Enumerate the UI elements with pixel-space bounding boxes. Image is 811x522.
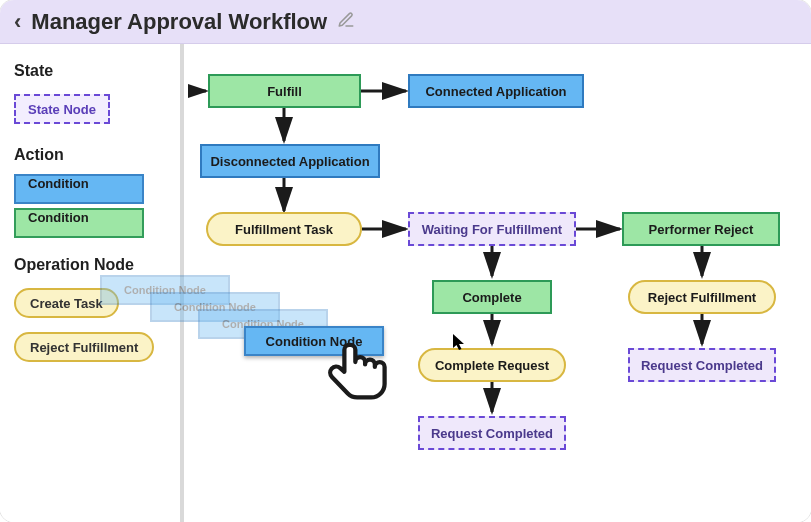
node-complete[interactable]: Complete (432, 280, 552, 314)
palette-section-state: State (14, 62, 166, 80)
node-disconnected-application[interactable]: Disconnected Application (200, 144, 380, 178)
mouse-cursor-icon (452, 333, 466, 355)
node-reject-fulfillment[interactable]: Reject Fulfillment (628, 280, 776, 314)
node-waiting-for-fulfillment[interactable]: Waiting For Fulfillment (408, 212, 576, 246)
palette-state-node[interactable]: State Node (14, 94, 110, 124)
palette-condition-blue[interactable]: Condition (14, 174, 144, 204)
palette-reject-fulfillment[interactable]: Reject Fulfillment (14, 332, 154, 362)
node-request-completed-right[interactable]: Request Completed (628, 348, 776, 382)
workflow-canvas[interactable]: Fulfill Connected Application Disconnect… (188, 44, 811, 522)
node-performer-reject[interactable]: Performer Reject (622, 212, 780, 246)
palette-section-action: Action (14, 146, 166, 164)
node-complete-request[interactable]: Complete Request (418, 348, 566, 382)
node-fulfill[interactable]: Fulfill (208, 74, 361, 108)
header-bar: ‹ Manager Approval Workflow (0, 0, 811, 44)
page-title: Manager Approval Workflow (31, 9, 327, 35)
node-fulfillment-task[interactable]: Fulfillment Task (206, 212, 362, 246)
node-request-completed-left[interactable]: Request Completed (418, 416, 566, 450)
workflow-editor: ‹ Manager Approval Workflow State State … (0, 0, 811, 522)
editor-body: State State Node Action Condition Condit… (0, 44, 811, 522)
drag-active-node[interactable]: Condition Node (244, 326, 384, 356)
palette-condition-green[interactable]: Condition (14, 208, 144, 238)
back-chevron-icon[interactable]: ‹ (14, 9, 21, 35)
node-connected-application[interactable]: Connected Application (408, 74, 584, 108)
palette-section-operation: Operation Node (14, 256, 166, 274)
pencil-icon[interactable] (337, 11, 355, 33)
